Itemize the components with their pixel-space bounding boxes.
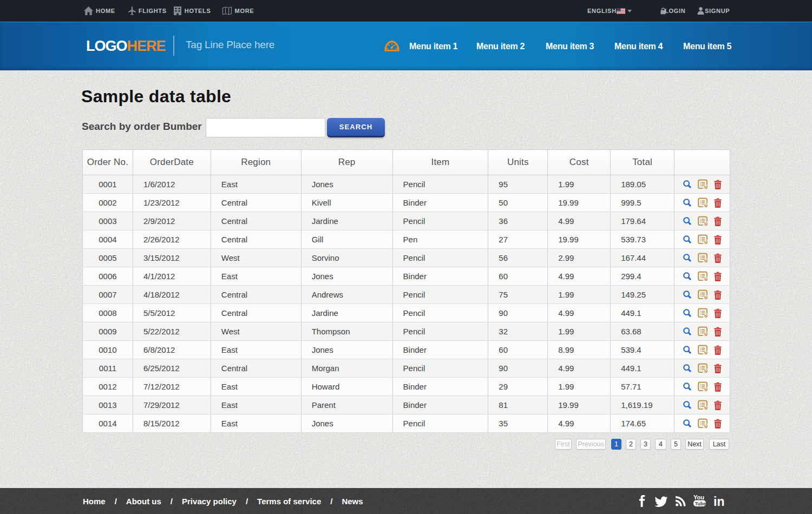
- svg-text:Tube: Tube: [695, 501, 706, 506]
- svg-text:You: You: [693, 495, 704, 500]
- svg-text:in: in: [713, 495, 724, 507]
